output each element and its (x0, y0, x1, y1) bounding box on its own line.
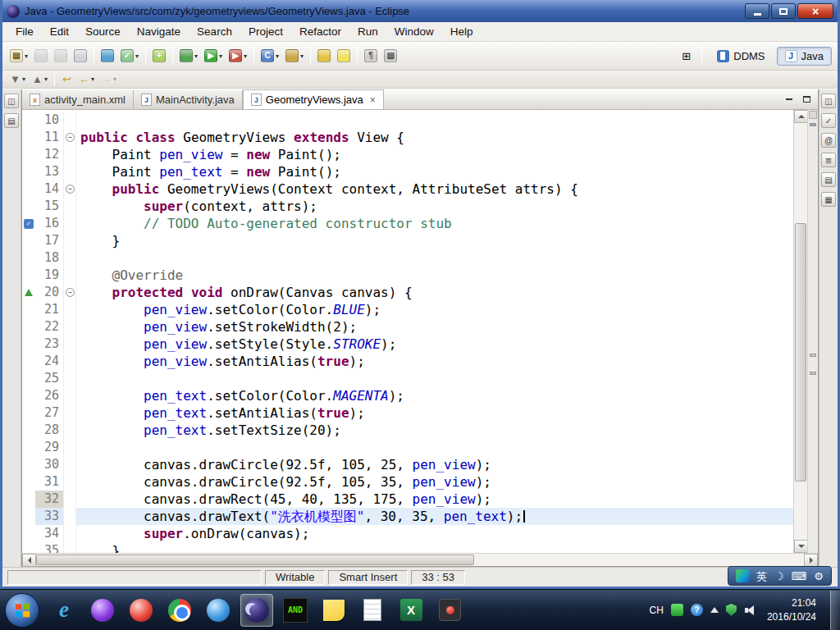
horizontal-scrollbar[interactable] (22, 553, 818, 566)
line-number[interactable]: 12 (35, 146, 63, 163)
app-purple-sphere-taskbar-button[interactable] (86, 594, 119, 627)
line-number[interactable]: 29 (35, 439, 63, 456)
save-all-button[interactable] (51, 46, 71, 66)
show-whitespace-button[interactable]: ¶ (361, 46, 381, 66)
security-shield-icon[interactable] (726, 604, 737, 616)
clock[interactable]: 21:04 2016/10/24 (767, 596, 816, 623)
code-text[interactable]: canvas.drawRect(45, 40, 135, 175, pen_vi… (75, 491, 793, 508)
line-number[interactable]: 20 (35, 284, 63, 301)
line-ruler[interactable] (22, 129, 35, 146)
eclipse-taskbar-button[interactable] (240, 594, 273, 627)
code-line[interactable]: 12 Paint pen_view = new Paint(); (22, 146, 793, 163)
code-text[interactable]: protected void onDraw(Canvas canvas) { (75, 284, 793, 301)
line-number[interactable]: 24 (35, 353, 63, 370)
tab-MainActivity.java[interactable]: JMainActivity.java (134, 90, 243, 109)
line-ruler[interactable] (22, 318, 35, 336)
overview-marker[interactable] (810, 372, 816, 375)
code-text[interactable]: canvas.drawText("洗衣机模型图", 30, 35, pen_te… (75, 508, 793, 525)
code-text[interactable]: } (75, 232, 793, 249)
forward-button[interactable]: →▾ (98, 70, 120, 89)
debug-button[interactable]: ▾ (176, 46, 201, 66)
line-number[interactable]: 10 (35, 112, 63, 129)
perspective-ddms-button[interactable]: DDMS (709, 47, 773, 66)
close-button[interactable]: × (797, 3, 833, 19)
code-line[interactable]: 15 super(context, attrs); (22, 198, 793, 215)
code-line[interactable]: 23 pen_view.setStyle(Style.STROKE); (22, 336, 793, 353)
code-text[interactable] (75, 249, 793, 267)
maximize-editor-button[interactable] (799, 93, 814, 105)
new-java-package-button[interactable]: ▾ (282, 46, 307, 66)
code-line[interactable]: 33 canvas.drawText("洗衣机模型图", 30, 35, pen… (22, 508, 793, 525)
chrome-taskbar-button[interactable] (163, 594, 196, 627)
line-number[interactable]: 22 (35, 318, 63, 336)
line-number[interactable]: 18 (35, 249, 63, 267)
maximize-button[interactable] (771, 3, 796, 19)
ime-logo-icon[interactable] (736, 569, 749, 582)
task-list-icon[interactable]: ✓ (821, 113, 836, 128)
tab-GeometryViews.java[interactable]: JGeometryViews.java× (243, 89, 384, 109)
code-line[interactable]: 20− protected void onDraw(Canvas canvas)… (22, 284, 793, 301)
code-text[interactable]: // TODO Auto-generated constructor stub (75, 215, 793, 232)
line-ruler[interactable] (22, 439, 35, 456)
tab-activity_main.xml[interactable]: xactivity_main.xml (22, 90, 134, 109)
line-number[interactable]: 17 (35, 232, 63, 249)
line-number[interactable]: 15 (35, 198, 63, 215)
code-text[interactable]: super(context, attrs); (75, 198, 793, 215)
run-button[interactable]: ▶▾ (201, 46, 226, 66)
code-line[interactable]: 27 pen_text.setAntiAlias(true); (22, 404, 793, 422)
line-ruler[interactable] (22, 456, 35, 473)
show-desktop-button[interactable] (830, 591, 840, 630)
line-ruler[interactable] (22, 491, 35, 508)
internet-explorer-taskbar-button[interactable]: e (48, 594, 80, 627)
menu-refactor[interactable]: Refactor (291, 23, 349, 40)
code-line[interactable]: 21 pen_view.setColor(Color.BLUE); (22, 301, 793, 318)
code-text[interactable]: Paint pen_view = new Paint(); (75, 146, 793, 163)
tray-lang-indicator[interactable]: CH (650, 605, 664, 616)
horizontal-scroll-thumb[interactable] (36, 555, 474, 565)
menu-file[interactable]: File (7, 23, 42, 40)
code-line[interactable]: 26 pen_text.setColor(Color.MAGENTA); (22, 387, 793, 404)
code-text[interactable]: public GeometryViews(Context context, At… (75, 180, 793, 198)
collapse-icon[interactable]: − (66, 185, 75, 194)
notepad-taskbar-button[interactable] (356, 594, 389, 627)
code-line[interactable]: 11−public class GeometryViews extends Vi… (22, 129, 793, 146)
menu-help[interactable]: Help (442, 23, 482, 40)
last-edit-location-button[interactable]: ↩ (58, 70, 75, 89)
code-line[interactable]: 10 (22, 112, 793, 129)
next-annotation-button[interactable]: ▼▾ (7, 70, 29, 89)
line-number[interactable]: 28 (35, 422, 63, 439)
declaration-icon[interactable]: ≣ (821, 153, 836, 167)
line-ruler[interactable]: ✓ (22, 215, 35, 232)
mark-occurrences-button[interactable] (334, 46, 354, 66)
line-number[interactable]: 32 (35, 491, 63, 508)
line-number[interactable]: 25 (35, 370, 63, 387)
menu-search[interactable]: Search (189, 23, 240, 40)
code-line[interactable]: 14− public GeometryViews(Context context… (22, 180, 793, 198)
line-number[interactable]: 30 (35, 456, 63, 473)
new-android-xml-file-button[interactable]: + (149, 46, 169, 66)
code-line[interactable]: 29 (22, 439, 793, 456)
line-number[interactable]: 34 (35, 525, 63, 542)
overview-ruler[interactable] (807, 110, 818, 553)
ime-language-toggle[interactable]: 英 (756, 571, 767, 582)
new-java-class-button[interactable]: C▾ (258, 46, 282, 66)
menu-project[interactable]: Project (240, 23, 291, 40)
line-number[interactable]: 26 (35, 387, 63, 404)
back-button[interactable]: ←▾ (75, 70, 98, 89)
code-text[interactable]: pen_view.setAntiAlias(true); (75, 353, 793, 370)
vertical-scrollbar[interactable] (793, 110, 807, 553)
code-text[interactable]: pen_view.setStyle(Style.STROKE); (75, 336, 793, 353)
code-editor[interactable]: 1011−public class GeometryViews extends … (22, 110, 793, 553)
line-number[interactable]: 23 (35, 336, 63, 353)
line-number[interactable]: 14 (35, 180, 63, 198)
menu-run[interactable]: Run (349, 23, 386, 40)
code-line[interactable]: 13 Paint pen_text = new Paint(); (22, 163, 793, 180)
code-text[interactable]: public class GeometryViews extends View … (75, 129, 793, 146)
line-ruler[interactable] (22, 112, 35, 129)
android-sdk-manager-button[interactable] (98, 46, 117, 66)
scroll-down-button[interactable] (794, 540, 808, 553)
console-button[interactable]: ▤ (381, 46, 400, 66)
line-ruler[interactable] (22, 301, 35, 318)
line-ruler[interactable] (22, 146, 35, 163)
start-button[interactable] (5, 593, 39, 628)
